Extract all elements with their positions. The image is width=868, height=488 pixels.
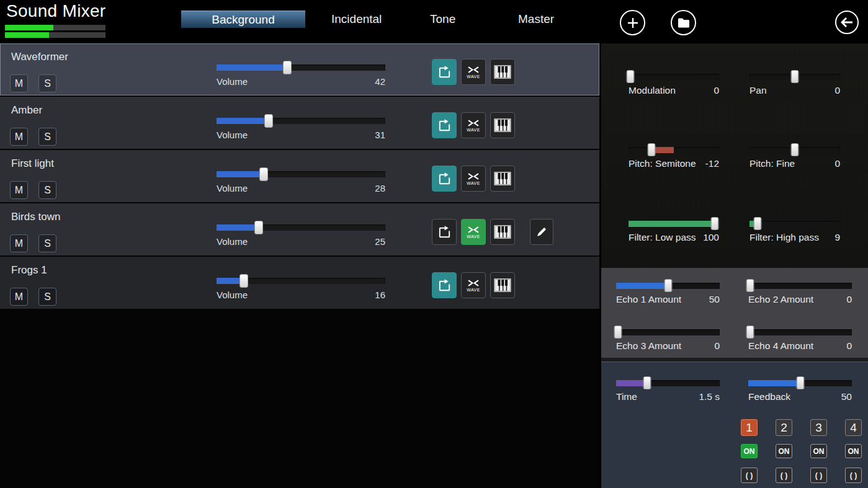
keyboard-button[interactable]: [490, 112, 515, 138]
echo-unit-2-on-button[interactable]: ON: [776, 444, 792, 458]
solo-button[interactable]: S: [38, 288, 56, 306]
echo-unit-4-on-button[interactable]: ON: [845, 444, 862, 458]
loop-button[interactable]: [432, 112, 457, 138]
keyboard-button[interactable]: [490, 166, 515, 192]
track-row-first-light[interactable]: First light M S Volume 28: [0, 150, 599, 202]
slider-track[interactable]: [217, 278, 385, 284]
slider-thumb[interactable]: [264, 114, 273, 128]
tab-incidental[interactable]: Incidental: [331, 11, 382, 28]
loop-button[interactable]: [432, 272, 457, 298]
slider-thumb[interactable]: [791, 143, 799, 156]
echo-unit-3-on-button[interactable]: ON: [810, 444, 827, 458]
solo-button[interactable]: S: [38, 181, 56, 199]
solo-button[interactable]: S: [38, 234, 56, 252]
slider-track[interactable]: [217, 64, 385, 71]
slider-fill: [217, 171, 264, 177]
slider-track[interactable]: [629, 147, 719, 153]
slider-track[interactable]: [749, 221, 840, 227]
echo-unit-1-paren-button[interactable]: ( ): [741, 468, 758, 483]
slider-thumb[interactable]: [626, 70, 634, 83]
slider-track[interactable]: [629, 74, 719, 80]
slider-thumb[interactable]: [664, 279, 672, 292]
volume-slider[interactable]: Volume 42: [217, 43, 385, 95]
track-row-birds-town[interactable]: Birds town M S Volume 25: [0, 203, 599, 255]
wave-button[interactable]: WAVE: [461, 166, 486, 192]
solo-button[interactable]: S: [38, 74, 56, 92]
volume-value: 42: [375, 76, 385, 87]
echo-unit-4-button[interactable]: 4: [845, 419, 862, 436]
keyboard-button[interactable]: [490, 272, 515, 298]
slider-track[interactable]: [616, 283, 720, 289]
echo-unit-1-on-button[interactable]: ON: [741, 444, 758, 458]
slider-thumb[interactable]: [254, 221, 263, 234]
slider-track[interactable]: [748, 283, 852, 289]
save-button[interactable]: [671, 10, 696, 35]
mute-button[interactable]: M: [10, 128, 28, 146]
loop-icon: [437, 65, 452, 79]
slider-thumb[interactable]: [746, 279, 754, 292]
wave-button[interactable]: WAVE: [461, 112, 486, 138]
slider-track[interactable]: [748, 380, 852, 386]
tab-tone[interactable]: Tone: [430, 11, 455, 28]
slider-thumb[interactable]: [239, 274, 248, 288]
slider-thumb[interactable]: [791, 70, 799, 83]
track-row-frogs-1[interactable]: Frogs 1 M S Volume 16: [0, 257, 599, 309]
volume-slider[interactable]: Volume 25: [217, 203, 385, 255]
add-button[interactable]: [620, 10, 645, 35]
plus-icon: [626, 16, 640, 30]
slider-track[interactable]: [616, 380, 720, 386]
tab-background[interactable]: Background: [181, 11, 305, 28]
track-row-amber[interactable]: Amber M S Volume 31: [0, 97, 599, 149]
volume-value: 31: [375, 130, 385, 140]
slider-thumb[interactable]: [259, 167, 268, 181]
mute-button[interactable]: M: [10, 288, 28, 306]
slider-track[interactable]: [749, 147, 840, 153]
mute-button[interactable]: M: [10, 181, 28, 199]
wave-button[interactable]: WAVE: [461, 272, 486, 298]
mute-button[interactable]: M: [10, 74, 28, 92]
slider-track[interactable]: [217, 224, 385, 231]
track-row-waveformer[interactable]: Waveformer M S Volume 42: [0, 43, 599, 95]
slider-track[interactable]: [217, 171, 385, 177]
volume-label: Volume: [217, 290, 248, 300]
mute-button[interactable]: M: [10, 234, 28, 252]
back-button[interactable]: [835, 11, 859, 34]
effects-section-main: Modulation 0 Pan 0: [601, 43, 868, 268]
wave-button[interactable]: WAVE: [461, 59, 486, 85]
echo-unit-1-button[interactable]: 1: [741, 419, 758, 436]
piano-icon: [494, 225, 511, 239]
slider-track[interactable]: [217, 118, 385, 124]
volume-slider[interactable]: Volume 31: [217, 97, 385, 149]
slider-value: -12: [705, 158, 719, 169]
slider-thumb[interactable]: [746, 326, 754, 339]
slider-label: Pitch: Fine: [749, 158, 795, 169]
volume-slider[interactable]: Volume 16: [217, 257, 385, 309]
edit-button[interactable]: [530, 219, 553, 245]
wave-button[interactable]: WAVE: [461, 219, 486, 245]
slider-track[interactable]: [616, 329, 720, 335]
slider-track[interactable]: [749, 74, 840, 80]
echo-unit-3-button[interactable]: 3: [810, 419, 827, 436]
echo-unit-4-paren-button[interactable]: ( ): [845, 468, 862, 483]
slider-track[interactable]: [748, 329, 852, 335]
echo-unit-2-button[interactable]: 2: [776, 419, 792, 436]
solo-button[interactable]: S: [38, 128, 56, 146]
loop-button[interactable]: [432, 59, 457, 85]
loop-button[interactable]: [432, 166, 457, 192]
wave-icon: [466, 279, 481, 287]
slider-thumb[interactable]: [710, 217, 718, 230]
echo-unit-3-paren-button[interactable]: ( ): [810, 468, 827, 483]
echo-unit-2-paren-button[interactable]: ( ): [776, 468, 792, 483]
tab-master[interactable]: Master: [518, 11, 554, 28]
slider-thumb[interactable]: [283, 61, 292, 74]
slider-thumb[interactable]: [614, 326, 622, 339]
keyboard-button[interactable]: [490, 59, 515, 85]
keyboard-button[interactable]: [490, 219, 515, 245]
slider-thumb[interactable]: [754, 217, 762, 230]
slider-thumb[interactable]: [796, 376, 804, 389]
slider-thumb[interactable]: [643, 376, 651, 389]
slider-track[interactable]: [629, 221, 719, 227]
slider-thumb[interactable]: [647, 143, 655, 156]
volume-slider[interactable]: Volume 28: [217, 150, 385, 202]
loop-button[interactable]: [432, 219, 457, 245]
